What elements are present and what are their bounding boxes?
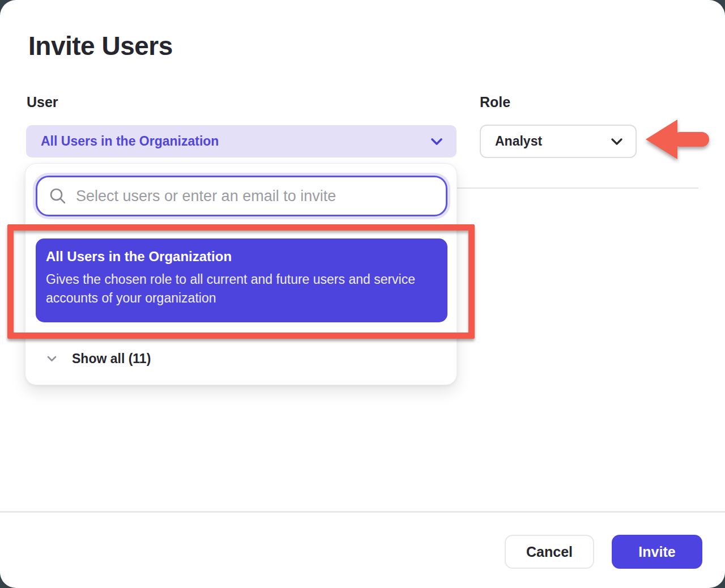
user-dropdown-panel: All Users in the Organization Gives the … bbox=[25, 163, 457, 385]
cancel-button[interactable]: Cancel bbox=[505, 535, 594, 569]
chevron-down-icon bbox=[430, 138, 443, 146]
search-icon bbox=[49, 187, 67, 205]
show-all-toggle[interactable]: Show all (11) bbox=[25, 344, 457, 373]
user-search-field[interactable] bbox=[36, 176, 447, 216]
user-select-value: All Users in the Organization bbox=[41, 134, 430, 149]
user-field-label: User bbox=[27, 94, 58, 110]
invite-button[interactable]: Invite bbox=[612, 535, 702, 569]
annotation-arrow-left-icon bbox=[643, 117, 711, 163]
chevron-down-icon bbox=[47, 356, 57, 362]
role-field-label: Role bbox=[480, 94, 510, 110]
page-background: Invite Users User Role All Users in the … bbox=[0, 0, 725, 588]
invite-users-dialog: Invite Users User Role All Users in the … bbox=[0, 0, 725, 588]
chevron-down-icon bbox=[611, 138, 623, 146]
role-select-value: Analyst bbox=[495, 134, 611, 149]
search-input[interactable] bbox=[76, 188, 434, 205]
option-title: All Users in the Organization bbox=[46, 249, 437, 265]
user-select[interactable]: All Users in the Organization bbox=[26, 125, 457, 157]
role-select[interactable]: Analyst bbox=[480, 125, 637, 158]
show-all-label: Show all (11) bbox=[72, 351, 151, 367]
dialog-title: Invite Users bbox=[28, 31, 173, 61]
option-all-users[interactable]: All Users in the Organization Gives the … bbox=[36, 238, 447, 322]
footer-divider bbox=[0, 511, 725, 513]
option-description: Gives the chosen role to all current and… bbox=[46, 270, 434, 308]
